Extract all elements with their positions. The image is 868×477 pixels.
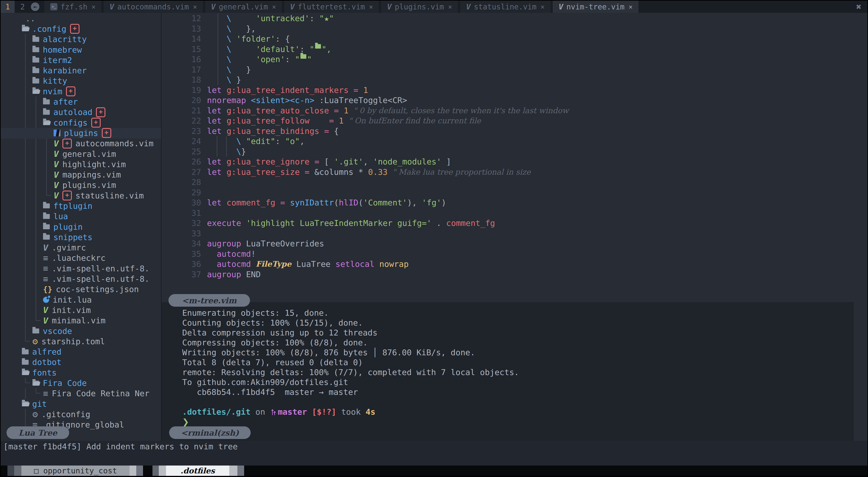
tmux-window-opportunity_cost[interactable]: □ opportunity_cost bbox=[21, 466, 129, 476]
line-number: 16 bbox=[161, 54, 207, 65]
tree-item-label: git bbox=[32, 399, 47, 409]
editor-buffer[interactable]: 12 \ 'untracked': "★"13 \ },14 \ 'folder… bbox=[161, 13, 867, 302]
code-line: 34augroup LuaTreeOverrides bbox=[161, 238, 867, 249]
code-line: 31 bbox=[161, 208, 867, 218]
tree-item-lua[interactable]: lua bbox=[1, 211, 161, 222]
tree-rows: ...config+alacrittyhomebrewiterm2karabin… bbox=[1, 13, 161, 430]
tree-item-alacritty[interactable]: alacritty bbox=[1, 34, 161, 44]
tree-item-iterm2[interactable]: iterm2 bbox=[1, 55, 161, 65]
vim-icon: V bbox=[559, 2, 563, 11]
tree-item-starship.toml[interactable]: ⚙starship.toml bbox=[1, 336, 161, 346]
tab-close-icon[interactable]: × bbox=[193, 3, 197, 11]
file-tree-panel[interactable]: ...config+alacrittyhomebrewiterm2karabin… bbox=[1, 13, 161, 441]
tree-item-.config[interactable]: .config+ bbox=[1, 24, 161, 34]
line-number: 24 bbox=[161, 136, 207, 146]
tree-item-.luacheckrc[interactable]: ≡.luacheckrc bbox=[1, 253, 161, 263]
prompt-segment: .dotfiles/.git bbox=[182, 407, 250, 416]
tree-item-statusline.vim[interactable]: V+statusline.vim bbox=[1, 190, 161, 201]
tab-nvim-tree.vim[interactable]: Vnvim-tree.vim× bbox=[553, 1, 639, 13]
tab-close-icon[interactable]: × bbox=[628, 3, 633, 11]
tree-item-Fira-Code-Retina-Ner[interactable]: ≡Fira Code Retina Ner bbox=[1, 388, 161, 399]
tree-item-mappings.vim[interactable]: Vmappings.vim bbox=[1, 169, 161, 180]
tree-item-label: vscode bbox=[43, 327, 72, 336]
tab-fluttertest.vim[interactable]: Vfluttertest.vim× bbox=[284, 1, 379, 13]
tree-item-label: kitty bbox=[43, 76, 67, 86]
tree-item-autocommands.vim[interactable]: V+autocommands.vim bbox=[1, 138, 161, 149]
tabpage-2[interactable]: 2 bbox=[16, 1, 29, 13]
tree-item-general.vim[interactable]: Vgeneral.vim bbox=[1, 149, 161, 159]
back-arrow-icon[interactable]: ← bbox=[31, 2, 39, 11]
tree-item-Fira-Code[interactable]: Fira Code bbox=[1, 378, 161, 388]
tree-item-label: autocommands.vim bbox=[75, 139, 154, 148]
tree-item-.gvimrc[interactable]: V.gvimrc bbox=[1, 243, 161, 253]
folder-open-icon bbox=[22, 401, 29, 406]
tree-item-snippets[interactable]: snippets bbox=[1, 232, 161, 242]
close-icon[interactable]: ✖ bbox=[856, 2, 862, 12]
tmux-window-dotfiles[interactable]: .dotfiles bbox=[166, 466, 229, 476]
tree-item-.gitconfig[interactable]: ⚙.gitconfig bbox=[1, 409, 161, 419]
code-line: 36 autocmd FileType LuaTree setlocal now… bbox=[161, 259, 867, 269]
tree-item-alfred[interactable]: alfred bbox=[1, 347, 161, 357]
tree-item-plugins[interactable]: plugins+ bbox=[1, 128, 161, 138]
prompt-segment: on bbox=[250, 407, 270, 416]
line-number: 14 bbox=[161, 34, 207, 44]
tree-item-fonts[interactable]: fonts bbox=[1, 367, 161, 378]
terminal-line: Writing objects: 100% (8/8), 876 bytes │… bbox=[182, 348, 854, 357]
tree-item-highlight.vim[interactable]: Vhighlight.vim bbox=[1, 159, 161, 169]
tab-close-icon[interactable]: × bbox=[91, 3, 95, 11]
folder-open-icon bbox=[43, 120, 50, 125]
tree-item-coc-settings.json[interactable]: {}coc-settings.json bbox=[1, 284, 161, 295]
tree-item-init.lua[interactable]: init.lua bbox=[1, 295, 161, 305]
cmdline-area: [master f1bd4f5] Add indent markers to n… bbox=[1, 441, 867, 466]
tree-item-label: Fira Code bbox=[43, 378, 87, 388]
terminal-line bbox=[182, 397, 854, 407]
line-number: 35 bbox=[161, 249, 207, 259]
tree-item-nvim[interactable]: nvim+ bbox=[1, 86, 161, 97]
tree-item-autoload[interactable]: autoload+ bbox=[1, 107, 161, 117]
tree-item-init.vim[interactable]: Vinit.vim bbox=[1, 305, 161, 315]
tree-item-configs[interactable]: configs+ bbox=[1, 117, 161, 128]
tab-general.vim[interactable]: Vgeneral.vim× bbox=[205, 1, 282, 13]
line-number: 37 bbox=[161, 269, 207, 280]
folder-icon bbox=[43, 224, 50, 229]
tree-item-.vim-spell-en.utf-8.[interactable]: ≡.vim-spell-en.utf-8. bbox=[1, 274, 161, 284]
line-number: 19 bbox=[161, 85, 207, 95]
tmux-segment bbox=[1, 466, 7, 476]
terminal-pane[interactable]: Enumerating objects: 15, done.Counting o… bbox=[161, 302, 854, 441]
code-line: 37augroup END bbox=[161, 269, 867, 280]
code-line: 33 bbox=[161, 228, 867, 239]
line-number: 31 bbox=[161, 208, 207, 218]
gear-icon: ⚙ bbox=[32, 409, 38, 419]
tabpage-1[interactable]: 1 bbox=[1, 1, 14, 13]
tab-autocommands.vim[interactable]: Vautocommands.vim× bbox=[103, 1, 203, 13]
tree-item-plugin[interactable]: plugin bbox=[1, 222, 161, 232]
line-number: 25 bbox=[161, 146, 207, 157]
tab-close-icon[interactable]: × bbox=[540, 3, 545, 11]
tree-item-plugins.vim[interactable]: Vplugins.vim bbox=[1, 180, 161, 190]
tree-item-label: nvim bbox=[43, 87, 62, 96]
line-number: 15 bbox=[161, 44, 207, 55]
tree-item-after[interactable]: after bbox=[1, 97, 161, 107]
tree-item-homebrew[interactable]: homebrew bbox=[1, 44, 161, 55]
tree-item-dotbot[interactable]: dotbot bbox=[1, 357, 161, 367]
tree-item-karabiner[interactable]: karabiner bbox=[1, 65, 161, 76]
tab-close-icon[interactable]: × bbox=[448, 3, 452, 11]
tree-item-kitty[interactable]: kitty bbox=[1, 76, 161, 86]
folder-icon bbox=[43, 203, 50, 208]
vim-file-icon: V bbox=[54, 191, 59, 201]
tree-item-vscode[interactable]: vscode bbox=[1, 326, 161, 336]
tree-item-ftplugin[interactable]: ftplugin bbox=[1, 201, 161, 211]
tab-close-icon[interactable]: × bbox=[272, 3, 276, 11]
tree-item-minimal.vim[interactable]: Vminimal.vim bbox=[1, 315, 161, 326]
prompt-cursor-line: ❯ bbox=[182, 417, 854, 427]
tree-item-.vim-spell-en.utf-8.[interactable]: ≡.vim-spell-en.utf-8. bbox=[1, 263, 161, 274]
tab-close-icon[interactable]: × bbox=[369, 3, 373, 11]
tree-item-..[interactable]: .. bbox=[1, 13, 161, 24]
code-line: 14 \ 'folder': { bbox=[161, 34, 867, 44]
code-line: 23let g:lua_tree_bindings = { bbox=[161, 126, 867, 136]
tab-plugins.vim[interactable]: Vplugins.vim× bbox=[381, 1, 458, 13]
code-line: 20nnoremap <silent><c-n> :LuaTreeToggle<… bbox=[161, 95, 867, 105]
tab-fzf.sh[interactable]: >_fzf.sh× bbox=[44, 1, 101, 13]
tab-statusline.vim[interactable]: Vstatusline.vim× bbox=[460, 1, 551, 13]
tree-item-git[interactable]: git bbox=[1, 399, 161, 409]
